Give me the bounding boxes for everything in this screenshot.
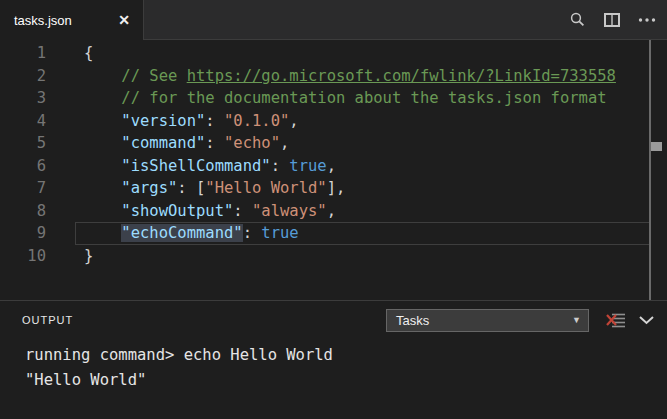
line-number: 4	[0, 110, 46, 133]
panel-header: OUTPUT Tasks ▼	[0, 301, 667, 339]
line-number: 7	[0, 177, 46, 200]
code-line[interactable]: 4 "version": "0.1.0",	[0, 110, 667, 133]
line-number: 8	[0, 200, 46, 223]
editor-pane[interactable]: 1{2 // See https://go.microsoft.com/fwli…	[0, 40, 667, 300]
code-line[interactable]: 9 "echoCommand": true	[0, 222, 667, 245]
code-line[interactable]: 10}	[0, 245, 667, 268]
more-actions-icon[interactable]	[637, 10, 657, 30]
line-number: 3	[0, 87, 46, 110]
close-icon[interactable]: ✕	[118, 12, 130, 28]
tab-bar: tasks.json ✕	[0, 0, 667, 40]
code-text: "echoCommand": true	[46, 222, 299, 245]
code-text: "isShellCommand": true,	[46, 155, 336, 178]
code-text: "args": ["Hello World"],	[46, 177, 345, 200]
tab-tasks-json[interactable]: tasks.json ✕	[0, 0, 143, 40]
code-text: }	[46, 245, 93, 268]
line-number: 10	[0, 245, 46, 268]
code-line[interactable]: 6 "isShellCommand": true,	[0, 155, 667, 178]
scrollbar-track	[649, 40, 651, 302]
line-number: 1	[0, 42, 46, 65]
editor-lines: 1{2 // See https://go.microsoft.com/fwli…	[0, 42, 667, 267]
collapse-panel-icon[interactable]	[638, 315, 655, 325]
code-line[interactable]: 2 // See https://go.microsoft.com/fwlink…	[0, 65, 667, 88]
output-content[interactable]: running command> echo Hello World"Hello …	[0, 339, 667, 393]
line-number: 9	[0, 222, 46, 245]
tab-strip	[143, 0, 667, 40]
code-text: // See https://go.microsoft.com/fwlink/?…	[46, 65, 616, 88]
tab-label: tasks.json	[14, 13, 72, 28]
chevron-down-icon: ▼	[572, 315, 588, 325]
code-text: // for the documentation about the tasks…	[46, 87, 607, 110]
code-text: "command": "echo",	[46, 132, 289, 155]
search-icon[interactable]	[567, 10, 587, 30]
code-line[interactable]: 3 // for the documentation about the tas…	[0, 87, 667, 110]
code-line[interactable]: 7 "args": ["Hello World"],	[0, 177, 667, 200]
split-editor-icon[interactable]	[602, 10, 622, 30]
scrollbar-thumb[interactable]	[651, 142, 662, 151]
clear-output-icon[interactable]	[606, 312, 626, 329]
output-channel-select[interactable]: Tasks ▼	[386, 309, 589, 332]
code-text: {	[46, 42, 93, 65]
line-number: 6	[0, 155, 46, 178]
code-text: "version": "0.1.0",	[46, 110, 299, 133]
output-line: "Hello World"	[25, 368, 667, 393]
output-panel: OUTPUT Tasks ▼	[0, 300, 667, 419]
code-text: "showOutput": "always",	[46, 200, 336, 223]
editor-actions	[567, 10, 667, 30]
line-number: 2	[0, 65, 46, 88]
code-line[interactable]: 1{	[0, 42, 667, 65]
line-number: 5	[0, 132, 46, 155]
code-line[interactable]: 8 "showOutput": "always",	[0, 200, 667, 223]
output-line: running command> echo Hello World	[25, 343, 667, 368]
panel-title: OUTPUT	[22, 314, 73, 326]
output-channel-value: Tasks	[387, 313, 429, 328]
vscode-window: tasks.json ✕	[0, 0, 667, 419]
code-line[interactable]: 5 "command": "echo",	[0, 132, 667, 155]
